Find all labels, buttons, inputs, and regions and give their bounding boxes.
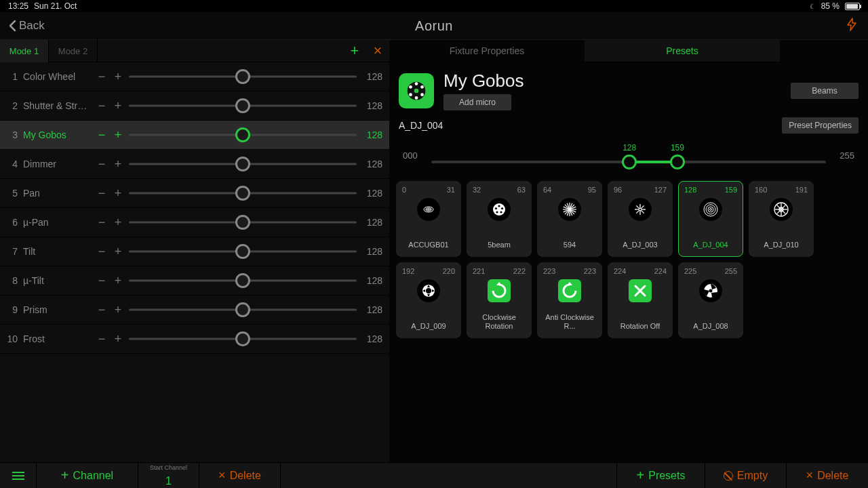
channel-increment-button[interactable]: + <box>113 274 123 288</box>
channel-slider[interactable] <box>129 184 357 203</box>
channel-value: 128 <box>362 129 382 140</box>
preset-category-icon <box>399 73 434 108</box>
preset-label: Anti Clockwise R... <box>540 313 599 333</box>
range-lo-thumb[interactable] <box>622 155 637 169</box>
bolt-icon[interactable] <box>846 18 857 35</box>
preset-card[interactable]: 031ACCUGB01 <box>396 181 461 257</box>
dnd-icon: ☾ <box>810 3 816 10</box>
channel-decrement-button[interactable]: − <box>96 332 107 346</box>
channel-decrement-button[interactable]: − <box>96 274 107 288</box>
channel-increment-button[interactable]: + <box>113 303 123 317</box>
channel-row[interactable]: 2Shutter & Strobe−+128 <box>0 92 389 121</box>
preset-card[interactable]: 6495594 <box>537 181 602 257</box>
channel-increment-button[interactable]: + <box>113 128 123 142</box>
tab-fixture-properties[interactable]: Fixture Properties <box>389 40 585 62</box>
channel-row[interactable]: 4Dimmer−+128 <box>0 150 389 179</box>
channel-row[interactable]: 3My Gobos−+128 <box>0 121 389 150</box>
channel-decrement-button[interactable]: − <box>96 157 107 171</box>
channel-slider[interactable] <box>129 300 357 319</box>
preset-label: A_DJ_010 <box>764 241 798 252</box>
channel-value: 128 <box>362 246 382 257</box>
add-channel-button[interactable]: +Channel <box>37 463 138 488</box>
preset-card[interactable]: 160191A_DJ_010 <box>749 181 814 257</box>
channel-increment-button[interactable]: + <box>113 245 123 259</box>
selected-preset-name: A_DJ_004 <box>399 120 443 131</box>
channel-decrement-button[interactable]: − <box>96 186 107 201</box>
channel-value: 128 <box>362 275 382 286</box>
channel-slider[interactable] <box>129 67 357 86</box>
channel-name: Prism <box>23 304 91 315</box>
back-button[interactable]: Back <box>0 19 45 33</box>
preset-range-lo: 96 <box>614 186 622 194</box>
start-channel-stepper[interactable]: Start Channel1 <box>138 463 199 488</box>
channel-increment-button[interactable]: + <box>113 332 123 346</box>
channel-slider[interactable] <box>129 271 357 290</box>
channel-row[interactable]: 7Tilt−+128 <box>0 237 389 266</box>
chevron-left-icon <box>8 20 16 32</box>
channel-number: 5 <box>5 188 18 199</box>
channel-row[interactable]: 5Pan−+128 <box>0 179 389 208</box>
channel-row[interactable]: 9Prism−+128 <box>0 296 389 325</box>
channel-slider[interactable] <box>129 242 357 261</box>
channel-row[interactable]: 6µ-Pan−+128 <box>0 208 389 237</box>
preset-card[interactable]: 225255A_DJ_008 <box>678 262 743 338</box>
channel-name: Pan <box>23 188 91 199</box>
empty-presets-button[interactable]: Empty <box>705 463 787 488</box>
channel-slider[interactable] <box>129 213 357 232</box>
mode-tab-2[interactable]: Mode 2 <box>49 39 98 62</box>
channel-row[interactable]: 8µ-Tilt−+128 <box>0 266 389 296</box>
preset-card[interactable]: 221222Clockwise Rotation <box>467 262 532 338</box>
preset-gobo-icon <box>699 198 722 221</box>
preset-card[interactable]: 96127A_DJ_003 <box>608 181 673 257</box>
range-hi-thumb[interactable] <box>670 155 685 169</box>
status-bar: 13:25 Sun 21. Oct ☾ 85 % <box>0 0 868 12</box>
preset-card[interactable]: 223223Anti Clockwise R... <box>537 262 602 338</box>
range-lo-label: 128 <box>623 143 636 152</box>
preset-label: A_DJ_008 <box>693 322 728 333</box>
channel-slider[interactable] <box>129 125 357 144</box>
add-preset-label: Presets <box>648 470 685 482</box>
channel-slider[interactable] <box>129 329 357 348</box>
channel-increment-button[interactable]: + <box>113 186 123 201</box>
delete-channel-button[interactable]: ×Delete <box>199 463 281 488</box>
channel-number: 10 <box>5 333 18 344</box>
add-preset-button[interactable]: +Presets <box>617 463 705 488</box>
channel-name: Tilt <box>23 246 91 257</box>
add-mode-button[interactable]: + <box>343 39 366 62</box>
channel-increment-button[interactable]: + <box>113 99 123 113</box>
channel-row[interactable]: 10Frost−+128 <box>0 325 389 354</box>
tab-presets[interactable]: Presets <box>585 40 780 62</box>
preset-card[interactable]: 128159A_DJ_004 <box>678 181 743 257</box>
channel-increment-button[interactable]: + <box>113 70 123 84</box>
channel-increment-button[interactable]: + <box>113 216 123 230</box>
preset-card[interactable]: 192220A_DJ_009 <box>396 262 461 338</box>
channel-decrement-button[interactable]: − <box>96 303 107 317</box>
preset-card[interactable]: 224224Rotation Off <box>608 262 673 338</box>
close-mode-button[interactable]: × <box>366 39 389 62</box>
channel-number: 8 <box>5 275 18 286</box>
mode-tab-1[interactable]: Mode 1 <box>0 39 49 62</box>
channel-row[interactable]: 1Color Wheel−+128 <box>0 62 389 92</box>
channel-increment-button[interactable]: + <box>113 157 123 171</box>
nav-bar: Back Aorun <box>0 12 868 39</box>
channel-decrement-button[interactable]: − <box>96 70 107 84</box>
preset-card[interactable]: 32635beam <box>467 181 532 257</box>
preset-properties-button[interactable]: Preset Properties <box>782 117 859 134</box>
channel-decrement-button[interactable]: − <box>96 216 107 230</box>
channel-decrement-button[interactable]: − <box>96 128 107 142</box>
delete-preset-button[interactable]: ×Delete <box>787 463 868 488</box>
preset-range-lo: 224 <box>614 267 626 275</box>
preset-gobo-icon <box>558 198 581 221</box>
channel-decrement-button[interactable]: − <box>96 99 107 113</box>
channel-name: µ-Tilt <box>23 275 91 286</box>
preset-range-slider[interactable]: 000 128159 255 <box>389 138 868 178</box>
channel-slider[interactable] <box>129 96 357 115</box>
preset-range-lo: 0 <box>402 186 406 194</box>
menu-button[interactable] <box>0 463 37 488</box>
beams-button[interactable]: Beams <box>791 83 859 99</box>
range-min-label: 000 <box>403 150 423 161</box>
channel-slider[interactable] <box>129 155 357 174</box>
svg-point-4 <box>415 96 418 100</box>
add-micro-button[interactable]: Add micro <box>443 94 511 110</box>
channel-decrement-button[interactable]: − <box>96 245 107 259</box>
